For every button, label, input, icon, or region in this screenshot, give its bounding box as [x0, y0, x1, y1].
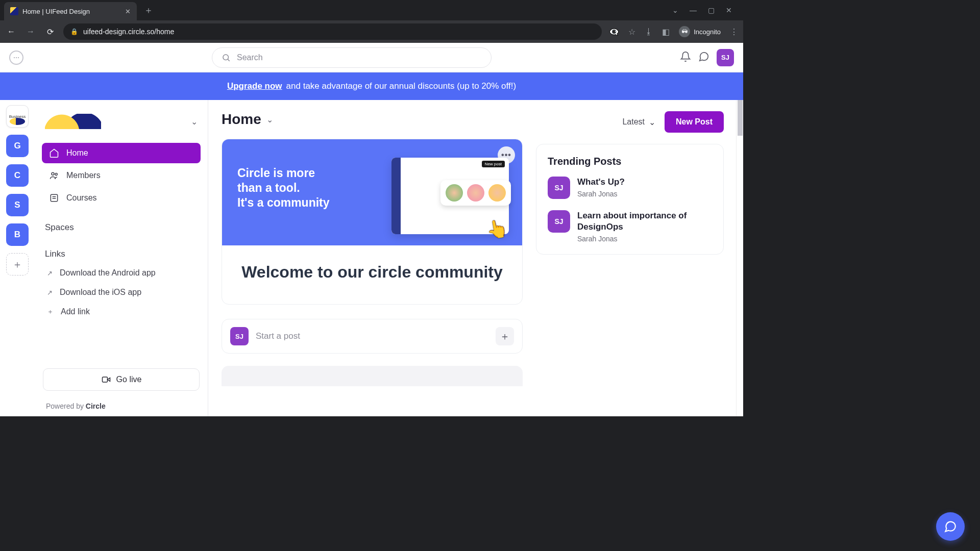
banner-text: and take advantage of our annual discoun…: [286, 81, 517, 91]
url-input[interactable]: 🔒 uifeed-design.circle.so/home: [63, 23, 602, 40]
address-bar: ← → ⟳ 🔒 uifeed-design.circle.so/home 👁‍🗨…: [0, 20, 743, 43]
svg-rect-7: [102, 377, 107, 382]
add-attachment-button[interactable]: ＋: [496, 327, 514, 345]
trending-title: Trending Posts: [548, 156, 712, 167]
sort-dropdown[interactable]: Latest ⌄: [622, 117, 655, 127]
address-bar-actions: 👁‍🗨 ☆ ⭳ ◧ 🕶 Incognito ⋮: [609, 26, 738, 37]
downloads-icon[interactable]: ⭳: [645, 27, 653, 36]
community-header[interactable]: ⌄: [42, 109, 201, 134]
lock-icon: 🔒: [70, 28, 78, 35]
kebab-menu-icon[interactable]: ⋮: [730, 27, 738, 37]
notifications-icon[interactable]: [680, 51, 691, 64]
upgrade-banner: Upgrade now and take advantage of our an…: [0, 72, 743, 100]
workspace-tile[interactable]: S: [6, 194, 29, 216]
svg-line-1: [228, 59, 229, 61]
community-switcher-icon[interactable]: ⋯: [9, 51, 23, 65]
courses-icon: [49, 193, 59, 203]
sidebar-item-label: Courses: [66, 193, 97, 203]
current-workspace-tile[interactable]: Business: [6, 105, 29, 128]
links-section-label: Links: [42, 249, 201, 259]
plus-icon: ＋: [47, 307, 54, 316]
upgrade-link[interactable]: Upgrade now: [227, 81, 282, 91]
home-icon: [49, 148, 59, 158]
svg-point-3: [55, 173, 57, 175]
add-link-button[interactable]: ＋ Add link: [42, 302, 201, 321]
link-label: Download the iOS app: [60, 288, 141, 297]
side-panel-icon[interactable]: ◧: [662, 27, 670, 37]
incognito-badge[interactable]: 🕶 Incognito: [679, 26, 721, 37]
welcome-post-card[interactable]: ••• Circle is more than a tool. It's a c…: [222, 139, 523, 305]
page: ⋯ Search SJ Upgrade now and take advanta…: [0, 43, 743, 416]
tab-bar: Home | UIFeed Design ✕ ＋ ⌄ — ▢ ✕: [0, 0, 743, 20]
start-post-input[interactable]: SJ Start a post ＋: [222, 319, 523, 354]
maximize-icon[interactable]: ▢: [708, 6, 715, 14]
workspace-tile[interactable]: B: [6, 223, 29, 246]
trending-item[interactable]: SJ What's Up? Sarah Jonas: [548, 177, 712, 199]
search-icon: [222, 53, 231, 62]
avatar: SJ: [548, 177, 570, 199]
external-link-icon: ↗: [47, 269, 53, 277]
back-button[interactable]: ←: [5, 27, 17, 36]
trending-item[interactable]: SJ Learn about importance of DesignOps S…: [548, 210, 712, 243]
sidebar-item-members[interactable]: Members: [42, 165, 201, 186]
add-workspace-button[interactable]: ＋: [6, 253, 29, 276]
chevron-down-icon[interactable]: ⌄: [266, 115, 273, 124]
link-label: Add link: [61, 307, 90, 316]
close-tab-icon[interactable]: ✕: [125, 8, 131, 15]
incognito-icon: 🕶: [679, 26, 690, 37]
forward-button[interactable]: →: [24, 27, 37, 36]
link-item-ios[interactable]: ↗ Download the iOS app: [42, 283, 201, 302]
bookmark-star-icon[interactable]: ☆: [628, 27, 635, 37]
messages-icon[interactable]: [698, 51, 709, 64]
main-content: Home ⌄ ••• Circle is more than a tool. I…: [208, 100, 743, 416]
browser-tab[interactable]: Home | UIFeed Design ✕: [4, 2, 137, 20]
hero-tagline: Circle is more than a tool. It's a commu…: [237, 166, 345, 210]
trending-post-title: Learn about importance of DesignOps: [577, 210, 712, 233]
search-input[interactable]: Search: [212, 47, 492, 68]
app-top-bar: ⋯ Search SJ: [0, 43, 743, 72]
minimize-icon[interactable]: —: [690, 6, 697, 14]
spaces-section-label: Spaces: [42, 222, 201, 233]
trending-post-title: What's Up?: [577, 177, 625, 188]
user-avatar[interactable]: SJ: [717, 49, 734, 66]
close-window-icon[interactable]: ✕: [726, 6, 732, 14]
search-placeholder: Search: [237, 53, 263, 62]
trending-post-author: Sarah Jonas: [577, 235, 712, 243]
page-title: Home: [222, 111, 261, 128]
post-title: Welcome to our circle community: [222, 245, 522, 304]
new-tab-button[interactable]: ＋: [144, 4, 153, 16]
url-text: uifeed-design.circle.so/home: [83, 28, 174, 36]
sidebar-item-home[interactable]: Home: [42, 143, 201, 163]
workspace-rail: Business G C S B ＋: [0, 100, 35, 416]
new-post-button[interactable]: New Post: [665, 111, 724, 133]
start-post-placeholder: Start a post: [256, 331, 488, 341]
trending-posts-panel: Trending Posts SJ What's Up? Sarah Jonas…: [536, 144, 724, 255]
svg-rect-4: [51, 194, 57, 201]
browser-chrome: Home | UIFeed Design ✕ ＋ ⌄ — ▢ ✕ ← → ⟳ 🔒…: [0, 0, 743, 43]
favicon: [10, 7, 18, 15]
tabs-dropdown-icon[interactable]: ⌄: [672, 6, 678, 14]
link-item-android[interactable]: ↗ Download the Android app: [42, 263, 201, 283]
post-card-placeholder: [222, 366, 523, 386]
reload-button[interactable]: ⟳: [44, 27, 56, 37]
external-link-icon: ↗: [47, 289, 53, 296]
chevron-down-icon[interactable]: ⌄: [191, 117, 198, 127]
video-icon: [101, 374, 111, 385]
eye-off-icon[interactable]: 👁‍🗨: [609, 27, 619, 37]
pointer-hand-icon: 👆: [485, 217, 509, 241]
link-label: Download the Android app: [60, 268, 156, 278]
workspace-tile[interactable]: C: [6, 164, 29, 187]
sidebar: ⌄ Home Members Courses Spaces Links: [35, 100, 208, 416]
scrollbar[interactable]: [736, 100, 743, 416]
avatar: SJ: [230, 327, 249, 345]
svg-point-2: [52, 172, 54, 175]
workspace-tile[interactable]: G: [6, 135, 29, 157]
members-icon: [49, 170, 59, 181]
go-live-button[interactable]: Go live: [43, 368, 200, 391]
powered-by: Powered by Circle: [42, 396, 201, 416]
svg-point-0: [223, 55, 229, 60]
sidebar-item-courses[interactable]: Courses: [42, 188, 201, 208]
hero-banner: ••• Circle is more than a tool. It's a c…: [222, 139, 522, 245]
trending-post-author: Sarah Jonas: [577, 190, 625, 198]
sidebar-item-label: Members: [66, 171, 101, 180]
